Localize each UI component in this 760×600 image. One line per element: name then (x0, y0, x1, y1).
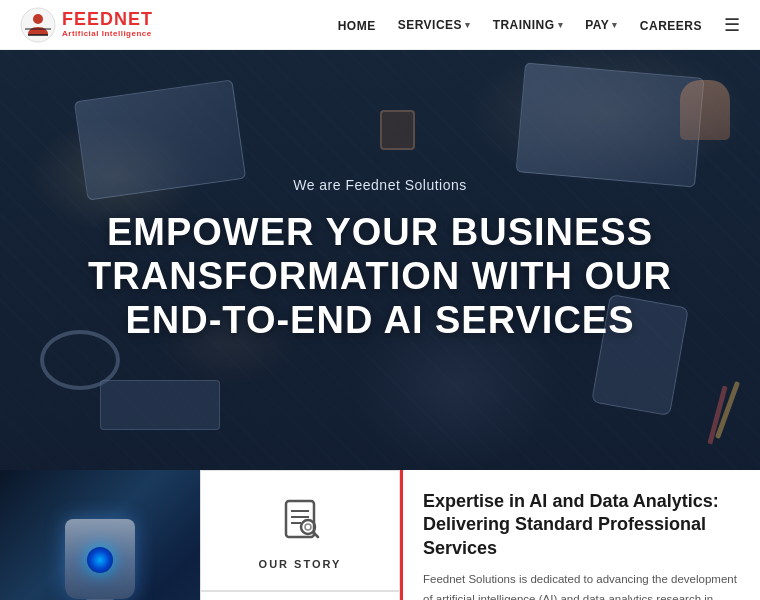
nav-item-training[interactable]: TRAINING ▾ (493, 18, 564, 32)
nav-item-services[interactable]: SERVICES ▾ (398, 18, 471, 32)
svg-point-1 (33, 14, 43, 24)
logo-icon (20, 7, 56, 43)
robot-image (0, 470, 200, 600)
hero-subtitle: We are Feednet Solutions (293, 177, 467, 193)
expertise-title: Expertise in AI and Data Analytics: Deli… (423, 490, 740, 560)
nav-item-careers[interactable]: CAREERS (640, 16, 702, 34)
hero-title: EMPOWER YOUR BUSINESS TRANSFORMATION WIT… (60, 211, 700, 342)
logo: FEEDNET Artificial Intelligence (20, 7, 153, 43)
nav-menu: HOME SERVICES ▾ TRAINING ▾ PAY ▾ CAREERS… (338, 14, 740, 36)
hero-section: We are Feednet Solutions EMPOWER YOUR BU… (0, 50, 760, 470)
logo-brand: FEEDNET (62, 10, 153, 30)
chevron-down-icon: ▾ (465, 20, 471, 30)
shield-box[interactable] (200, 591, 400, 600)
below-hero-section: OUR STORY Expertise in AI and Data Analy… (0, 470, 760, 600)
story-icon-wrap (273, 491, 328, 546)
expertise-text: Feednet Solutions is dedicated to advanc… (423, 570, 740, 600)
robot-visual (55, 509, 145, 601)
side-boxes: OUR STORY (200, 470, 400, 600)
story-label: OUR STORY (259, 558, 342, 570)
our-story-box[interactable]: OUR STORY (200, 470, 400, 591)
hero-content: We are Feednet Solutions EMPOWER YOUR BU… (0, 50, 760, 470)
logo-text: FEEDNET Artificial Intelligence (62, 10, 153, 39)
chevron-down-icon: ▾ (612, 20, 618, 30)
nav-item-pay[interactable]: PAY ▾ (585, 18, 618, 32)
navbar: FEEDNET Artificial Intelligence HOME SER… (0, 0, 760, 50)
chevron-down-icon: ▾ (558, 20, 564, 30)
logo-tagline: Artificial Intelligence (62, 30, 153, 39)
nav-hamburger[interactable]: ☰ (724, 14, 740, 36)
svg-point-0 (21, 8, 55, 42)
nav-item-home[interactable]: HOME (338, 16, 376, 34)
svg-point-10 (305, 524, 311, 530)
expertise-area: Expertise in AI and Data Analytics: Deli… (403, 470, 760, 600)
document-icon (276, 495, 324, 543)
robot-head (65, 519, 135, 599)
robot-eye (87, 547, 113, 573)
